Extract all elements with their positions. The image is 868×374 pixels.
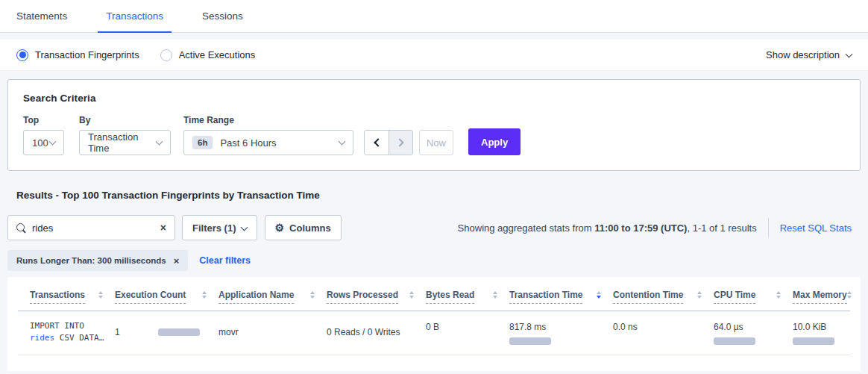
chevron-down-icon — [846, 50, 853, 57]
time-range-prev-button[interactable] — [365, 131, 389, 155]
results-heading: Results - Top 100 Transaction Fingerprin… — [16, 190, 852, 201]
search-icon — [16, 223, 26, 233]
top-label: Top — [23, 115, 64, 125]
execution-count-bar — [158, 328, 200, 336]
table-row: IMPORT INTOrides CSV DATA… 1 movr 0 Read… — [18, 311, 850, 355]
chevron-right-icon — [395, 138, 403, 146]
view-toggle-band: Transaction Fingerprints Active Executio… — [0, 40, 868, 71]
clear-filters-link[interactable]: Clear filters — [199, 255, 251, 266]
time-range-select[interactable]: 6h Past 6 Hours — [183, 130, 353, 155]
show-description-label: Show description — [766, 49, 840, 60]
cell-execution-count: 1 — [115, 320, 218, 345]
chevron-left-icon — [374, 138, 382, 146]
show-description-toggle[interactable]: Show description — [766, 49, 852, 60]
reset-sql-stats-link[interactable]: Reset SQL Stats — [780, 222, 852, 234]
sort-icon[interactable] — [697, 291, 702, 299]
view-mode-radio-group: Transaction Fingerprints Active Executio… — [16, 49, 255, 61]
column-header-max-memory[interactable]: Max Memory — [793, 290, 861, 304]
stats-time-range: 11:00 to 17:59 (UTC) — [594, 222, 687, 234]
filters-button-label: Filters (1) — [192, 222, 236, 234]
top-select-value: 100 — [32, 137, 48, 149]
by-label: By — [79, 115, 171, 125]
cell-max-memory: 10.0 KiB — [793, 320, 850, 345]
cell-cpu-time: 64.0 µs — [714, 320, 793, 345]
page-tabs: Statements Transactions Sessions — [0, 0, 868, 33]
column-header-transaction-time[interactable]: Transaction Time — [509, 290, 613, 304]
time-range-next-button[interactable] — [389, 131, 412, 155]
column-header-bytes-read[interactable]: Bytes Read — [426, 290, 509, 304]
column-header-transactions[interactable]: Transactions — [18, 290, 115, 304]
time-range-field-group: Time Range 6h Past 6 Hours — [183, 115, 353, 155]
time-range-label: Time Range — [183, 115, 353, 125]
search-input[interactable] — [32, 222, 160, 234]
chevron-down-icon — [49, 138, 57, 146]
sort-icon[interactable] — [202, 291, 207, 299]
transaction-time-bar — [509, 337, 551, 345]
results-table: Transactions Execution Count Application… — [7, 277, 861, 371]
table-header-row: Transactions Execution Count Application… — [18, 277, 850, 311]
transaction-fingerprint-link[interactable]: IMPORT INTOrides CSV DATA… — [18, 320, 115, 345]
max-memory-bar — [793, 337, 834, 345]
by-field-group: By Transaction Time — [79, 115, 171, 155]
column-header-application-name[interactable]: Application Name — [218, 290, 327, 304]
sql-keyword-rides: rides — [30, 333, 54, 343]
columns-button-label: Columns — [289, 222, 331, 234]
tab-transactions[interactable]: Transactions — [98, 0, 172, 33]
sort-icon[interactable] — [98, 291, 103, 299]
sort-icon[interactable] — [493, 291, 497, 299]
chevron-down-icon — [339, 138, 346, 146]
sort-icon[interactable] — [409, 291, 414, 299]
cell-contention-time: 0.0 ns — [613, 320, 714, 345]
time-range-arrows — [364, 130, 413, 155]
filter-pill-remove-icon[interactable]: × — [174, 256, 180, 266]
search-criteria-card: Search Criteria Top 100 By Transaction T… — [7, 79, 861, 171]
cell-application-name: movr — [218, 320, 327, 345]
column-header-contention-time[interactable]: Contention Time — [613, 290, 714, 304]
active-filters-row: Runs Longer Than: 300 milliseconds × Cle… — [7, 250, 861, 271]
by-select[interactable]: Transaction Time — [79, 130, 171, 155]
sort-icon[interactable] — [776, 291, 781, 299]
column-header-rows-processed[interactable]: Rows Processed — [327, 290, 426, 304]
results-toolbar: × Filters (1) ⚙ Columns Showing aggregat… — [7, 215, 861, 240]
time-range-badge: 6h — [192, 136, 213, 149]
apply-button[interactable]: Apply — [468, 128, 521, 155]
filter-pill-label: Runs Longer Than: 300 milliseconds — [16, 256, 166, 265]
search-clear-icon[interactable]: × — [160, 222, 166, 233]
divider — [768, 218, 769, 237]
radio-label: Active Executions — [179, 49, 256, 60]
top-field-group: Top 100 — [23, 115, 64, 155]
chevron-down-icon — [240, 223, 248, 231]
top-select[interactable]: 100 — [23, 130, 64, 155]
sort-icon[interactable] — [310, 291, 315, 299]
tab-statements[interactable]: Statements — [8, 0, 75, 33]
by-select-value: Transaction Time — [88, 131, 157, 154]
cpu-time-bar — [714, 337, 755, 345]
column-header-cpu-time[interactable]: CPU Time — [714, 290, 793, 304]
radio-label: Transaction Fingerprints — [35, 49, 139, 60]
search-criteria-title: Search Criteria — [23, 93, 845, 104]
gear-icon: ⚙ — [275, 222, 285, 233]
filter-pill: Runs Longer Than: 300 milliseconds × — [7, 250, 188, 271]
radio-unselected-icon — [160, 49, 172, 61]
cell-bytes-read: 0 B — [426, 320, 509, 345]
search-box: × — [7, 215, 175, 240]
cell-transaction-time: 817.8 ms — [509, 320, 613, 345]
time-range-value: Past 6 Hours — [220, 137, 276, 149]
radio-active-executions[interactable]: Active Executions — [160, 49, 256, 61]
columns-button[interactable]: ⚙ Columns — [265, 215, 342, 240]
radio-transaction-fingerprints[interactable]: Transaction Fingerprints — [16, 49, 139, 61]
radio-selected-icon — [16, 49, 28, 61]
aggregated-stats-text: Showing aggregated stats from 11:00 to 1… — [458, 222, 757, 234]
column-header-execution-count[interactable]: Execution Count — [115, 290, 218, 304]
sort-icon-active-desc[interactable] — [597, 291, 601, 299]
cell-rows-processed: 0 Reads / 0 Writes — [327, 320, 426, 345]
filters-button[interactable]: Filters (1) — [182, 215, 257, 240]
sort-icon[interactable] — [847, 291, 852, 299]
tab-sessions[interactable]: Sessions — [194, 0, 251, 33]
now-button[interactable]: Now — [419, 130, 453, 155]
